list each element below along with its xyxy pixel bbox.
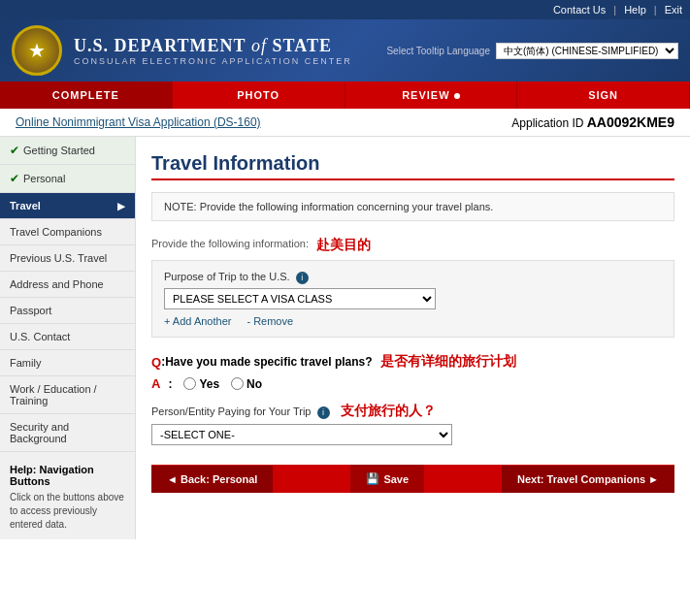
note-box: NOTE: Provide the following information … — [151, 192, 674, 221]
no-label: No — [246, 377, 262, 391]
annotation-travel: 是否有详细的旅行计划 — [380, 353, 516, 371]
main-layout: ✔Getting Started ✔Personal Travel ▶ Trav… — [0, 137, 690, 539]
purpose-select[interactable]: PLEASE SELECT A VISA CLASS — [164, 288, 436, 309]
check-icon: ✔ — [10, 172, 19, 185]
contact-us-link[interactable]: Contact Us — [553, 4, 606, 16]
tab-complete[interactable]: COMPLETE — [0, 81, 173, 109]
sidebar: ✔Getting Started ✔Personal Travel ▶ Trav… — [0, 137, 136, 539]
nav-tabs: COMPLETE PHOTO REVIEW SIGN — [0, 81, 690, 109]
paying-section: Person/Entity Paying for Your Trip i 支付旅… — [151, 403, 674, 445]
sidebar-item-address-phone[interactable]: Address and Phone — [0, 272, 135, 298]
bottom-nav: ◄ Back: Personal 💾 Save Next: Travel Com… — [151, 465, 674, 493]
arrow-icon: ▶ — [117, 201, 125, 211]
travel-plans-section: Q : Have you made specific travel plans?… — [151, 353, 674, 391]
remove-link[interactable]: - Remove — [246, 315, 293, 327]
no-radio[interactable] — [231, 377, 244, 390]
header-right: Select Tooltip Language 中文(简体) (CHINESE-… — [386, 43, 678, 59]
header-left: ★ U.S. DEPARTMENT of STATE CONSULAR ELEC… — [12, 25, 352, 76]
content-area: Travel Information NOTE: Provide the fol… — [136, 137, 690, 539]
app-id: Application ID AA0092KME9 — [511, 114, 674, 130]
tab-review[interactable]: REVIEW — [345, 81, 518, 109]
sidebar-item-passport[interactable]: Passport — [0, 298, 135, 324]
next-button[interactable]: Next: Travel Companions ► — [502, 466, 674, 493]
page-title: Travel Information — [151, 152, 674, 180]
yes-radio[interactable] — [183, 377, 196, 390]
department-title: U.S. DEPARTMENT of STATE — [74, 36, 352, 56]
app-id-value: AA0092KME9 — [587, 114, 674, 130]
purpose-info-icon[interactable]: i — [296, 272, 309, 284]
exit-link[interactable]: Exit — [665, 4, 682, 16]
check-icon: ✔ — [10, 144, 19, 157]
paying-info-icon[interactable]: i — [317, 406, 330, 419]
note-text: NOTE: Provide the following information … — [164, 201, 493, 212]
tab-sign[interactable]: SIGN — [517, 81, 690, 109]
yes-label: Yes — [199, 377, 219, 391]
header: ★ U.S. DEPARTMENT of STATE CONSULAR ELEC… — [0, 19, 690, 81]
add-remove-bar: + Add Another - Remove — [164, 315, 662, 327]
sidebar-item-family[interactable]: Family — [0, 350, 135, 376]
review-dot — [454, 93, 460, 99]
save-icon: 💾 — [366, 472, 379, 485]
tooltip-language-area: Select Tooltip Language 中文(简体) (CHINESE-… — [386, 43, 678, 59]
sidebar-item-travel-companions[interactable]: Travel Companions — [0, 219, 135, 245]
question-label: Q : Have you made specific travel plans?… — [151, 353, 674, 371]
form-label: Provide the following information: — [151, 238, 309, 249]
purpose-field-group: Purpose of Trip to the U.S. i PLEASE SEL… — [151, 260, 674, 338]
seal-icon: ★ — [12, 25, 62, 76]
consular-subtitle: CONSULAR ELECTRONIC APPLICATION CENTER — [74, 56, 352, 66]
tab-photo[interactable]: PHOTO — [173, 81, 345, 109]
sidebar-item-previous-travel[interactable]: Previous U.S. Travel — [0, 245, 135, 272]
purpose-field-label: Purpose of Trip to the U.S. i — [164, 271, 662, 284]
back-button[interactable]: ◄ Back: Personal — [151, 466, 273, 493]
help-text: Click on the buttons above to access pre… — [10, 491, 125, 532]
top-bar: Contact Us | Help | Exit — [0, 0, 690, 19]
yes-option[interactable]: Yes — [183, 377, 219, 391]
purpose-section: Provide the following information: 赴美目的 … — [151, 237, 674, 338]
save-button[interactable]: 💾 Save — [349, 465, 425, 493]
help-box: Help: Navigation Buttons Click on the bu… — [0, 456, 135, 539]
tooltip-lang-label: Select Tooltip Language — [386, 46, 490, 56]
sidebar-item-getting-started[interactable]: ✔Getting Started — [0, 137, 135, 165]
header-title-block: U.S. DEPARTMENT of STATE CONSULAR ELECTR… — [74, 36, 352, 66]
add-another-link[interactable]: + Add Another — [164, 315, 231, 327]
no-option[interactable]: No — [231, 377, 262, 391]
language-select[interactable]: 中文(简体) (CHINESE-SIMPLIFIED) — [496, 43, 678, 59]
app-title[interactable]: Online Nonimmigrant Visa Application (DS… — [16, 115, 261, 129]
sidebar-item-travel[interactable]: Travel ▶ — [0, 193, 135, 219]
annotation-purpose: 赴美目的 — [316, 237, 371, 254]
answer-area: A : Yes No — [151, 376, 674, 391]
appid-bar: Online Nonimmigrant Visa Application (DS… — [0, 109, 690, 137]
sidebar-item-personal[interactable]: ✔Personal — [0, 165, 135, 193]
help-link[interactable]: Help — [624, 4, 646, 16]
help-title: Help: Navigation Buttons — [10, 464, 125, 487]
sidebar-item-work-education[interactable]: Work / Education / Training — [0, 376, 135, 414]
sidebar-item-security[interactable]: Security and Background — [0, 414, 135, 452]
annotation-paying: 支付旅行的人？ — [341, 403, 436, 418]
paying-select[interactable]: -SELECT ONE- — [151, 424, 452, 445]
paying-field-label: Person/Entity Paying for Your Trip i 支付旅… — [151, 403, 674, 420]
sidebar-item-us-contact[interactable]: U.S. Contact — [0, 324, 135, 350]
yes-no-radio-group: Yes No — [183, 377, 262, 391]
